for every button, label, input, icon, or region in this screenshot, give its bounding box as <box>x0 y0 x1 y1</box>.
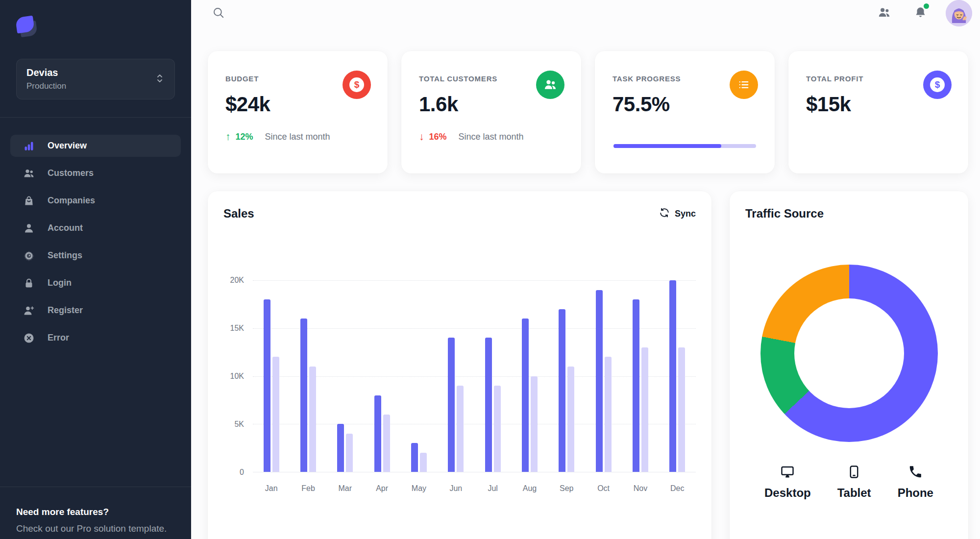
footer-title: Need more features? <box>16 507 175 517</box>
devias-logo-icon[interactable] <box>16 17 39 39</box>
bar-last-year <box>531 376 538 472</box>
sidebar-footer: Need more features? Check out our Pro so… <box>0 487 191 539</box>
traffic-header: Traffic Source <box>745 207 953 220</box>
bar-group-jul <box>474 280 511 472</box>
bar-this-year <box>669 280 676 472</box>
traffic-title: Traffic Source <box>745 207 824 220</box>
bar-group-jun <box>438 280 474 472</box>
content: BUDGET $24k ↑ 12% Since last month $ TOT… <box>191 26 980 539</box>
x-tick: May <box>400 484 437 493</box>
workspace-name: Devias <box>26 67 155 78</box>
users-icon <box>878 6 891 21</box>
bar-last-year <box>605 357 612 472</box>
sales-bar-chart: 0 5K 10K 15K 20K <box>223 280 696 472</box>
trend-caption: Since last month <box>459 132 524 142</box>
progress-bar-fill <box>613 144 721 148</box>
legend-item-tablet: Tablet <box>837 465 871 500</box>
bar-last-year <box>641 347 648 472</box>
sync-label: Sync <box>675 209 696 219</box>
stats-row: BUDGET $24k ↑ 12% Since last month $ TOT… <box>208 51 968 173</box>
x-tick: Jan <box>253 484 290 493</box>
legend-item-desktop: Desktop <box>764 465 811 500</box>
bar-group-nov <box>622 280 659 472</box>
sidebar-item-label: Customers <box>48 168 94 178</box>
avatar[interactable] <box>946 0 972 26</box>
dashboard-app: Devias Production Overview <box>0 0 980 539</box>
bar-group-jan <box>253 280 290 472</box>
bar-this-year <box>633 299 639 472</box>
phone-icon <box>908 465 923 481</box>
bar-last-year <box>309 367 316 472</box>
sidebar-item-label: Settings <box>48 250 82 261</box>
dollar-circle-icon: $ <box>343 71 371 99</box>
bar-last-year <box>678 347 685 472</box>
stat-card-task-progress: TASK PROGRESS 75.5% <box>595 51 775 173</box>
sync-button[interactable]: Sync <box>659 207 696 220</box>
x-tick: Aug <box>511 484 548 493</box>
user-icon <box>23 222 35 234</box>
notification-dot <box>924 3 929 9</box>
chart-bar-icon <box>23 140 35 152</box>
legend-label: Desktop <box>764 486 811 500</box>
bar-this-year <box>596 290 603 472</box>
sidebar-item-overview[interactable]: Overview <box>10 135 181 157</box>
sidebar-item-customers[interactable]: Customers <box>10 162 181 184</box>
bar-group-oct <box>585 280 622 472</box>
sidebar: Devias Production Overview <box>0 0 191 539</box>
sidebar-nav: Overview Customers Compa <box>0 118 191 349</box>
stat-trend: ↑ 12% Since last month <box>225 131 373 143</box>
bar-last-year <box>272 357 279 472</box>
workspace-environment: Production <box>26 81 155 91</box>
contacts-button[interactable] <box>873 2 895 24</box>
y-tick: 15K <box>230 324 244 333</box>
sidebar-item-register[interactable]: Register <box>10 299 181 321</box>
x-circle-icon <box>23 332 35 344</box>
sidebar-item-login[interactable]: Login <box>10 272 181 294</box>
bar-last-year <box>346 434 353 472</box>
y-tick: 0 <box>240 468 244 477</box>
trend-value: 12% <box>236 132 253 142</box>
search-button[interactable] <box>208 2 229 24</box>
trend-value: 16% <box>429 132 447 142</box>
stat-card-budget: BUDGET $24k ↑ 12% Since last month $ <box>208 51 388 173</box>
bar-group-sep <box>548 280 585 472</box>
users-icon <box>23 168 35 179</box>
list-bullet-circle-icon <box>730 71 758 99</box>
workspace-selector[interactable]: Devias Production <box>16 59 175 99</box>
bar-this-year <box>300 318 307 472</box>
bar-this-year <box>411 443 418 472</box>
sidebar-item-label: Companies <box>48 196 95 206</box>
main-area: BUDGET $24k ↑ 12% Since last month $ TOT… <box>191 0 980 539</box>
search-icon <box>212 6 225 21</box>
plot-area <box>253 280 696 472</box>
user-plus-icon <box>23 305 35 317</box>
sidebar-item-account[interactable]: Account <box>10 217 181 239</box>
chevron-up-down-icon <box>155 73 165 86</box>
sidebar-item-settings[interactable]: Settings <box>10 245 181 267</box>
x-tick: Oct <box>585 484 622 493</box>
sidebar-item-label: Error <box>48 333 69 343</box>
desktop-icon <box>780 465 795 481</box>
y-tick: 20K <box>230 276 244 285</box>
workspace-text: Devias Production <box>26 67 155 91</box>
bar-group-dec <box>659 280 696 472</box>
bar-this-year <box>337 424 344 472</box>
stat-card-total-customers: TOTAL CUSTOMERS 1.6k ↓ 16% Since last mo… <box>401 51 581 173</box>
x-tick: Dec <box>659 484 696 493</box>
arrow-down-icon: ↓ <box>419 131 424 143</box>
sidebar-top: Devias Production <box>0 0 191 99</box>
sidebar-item-label: Account <box>48 223 83 233</box>
sidebar-item-error[interactable]: Error <box>10 327 181 349</box>
sidebar-item-companies[interactable]: Companies <box>10 190 181 212</box>
arrow-up-icon: ↑ <box>225 131 231 143</box>
notifications-button[interactable] <box>909 2 931 24</box>
bar-group-aug <box>511 280 548 472</box>
progress-bar <box>613 144 756 148</box>
refresh-icon <box>659 207 670 220</box>
topbar <box>191 0 980 26</box>
shopping-bag-icon <box>23 195 35 207</box>
bar-group-may <box>400 280 437 472</box>
bar-last-year <box>494 386 501 472</box>
bar-last-year <box>420 453 427 472</box>
x-tick: Jun <box>438 484 474 493</box>
